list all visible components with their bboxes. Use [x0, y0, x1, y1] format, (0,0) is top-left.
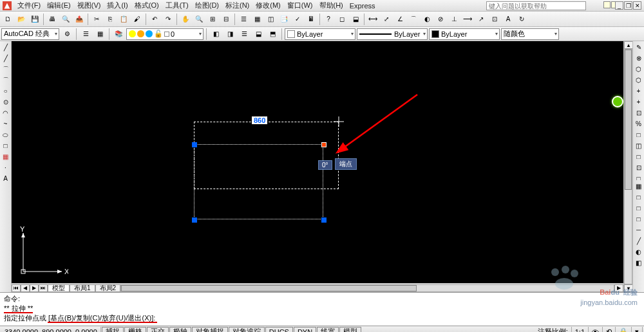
layer-iso-icon[interactable]: ◧	[209, 28, 222, 41]
vscroll-track[interactable]	[624, 49, 632, 284]
dim-edit-icon[interactable]: A	[502, 13, 515, 26]
tab-next-button[interactable]: ▶	[30, 284, 39, 292]
tool-palette-icon[interactable]: ◫	[264, 13, 277, 26]
grip[interactable]	[192, 142, 197, 147]
ducs-toggle[interactable]: DUCS	[265, 327, 293, 333]
mirror-icon[interactable]: ⬡	[634, 64, 643, 74]
layer-combo[interactable]: 🔓 0	[126, 28, 204, 40]
erase-icon[interactable]: ✎	[634, 42, 643, 52]
block-icon[interactable]: ◻	[336, 13, 348, 26]
layer-match-icon[interactable]: ⬓	[252, 28, 265, 41]
layer-prev-icon[interactable]: ◨	[223, 28, 236, 41]
menu-format[interactable]: 格式(O)	[131, 1, 162, 10]
v4-icon[interactable]: □	[634, 214, 643, 224]
help-search-input[interactable]	[486, 1, 586, 10]
dim-cont-icon[interactable]: ⟶	[461, 13, 474, 26]
model-toggle[interactable]: 模型	[339, 327, 361, 333]
tolerance-icon[interactable]: ⊡	[488, 13, 501, 26]
v2-icon[interactable]: □	[634, 192, 643, 202]
tab-last-button[interactable]: ⏭	[39, 284, 48, 292]
text-icon[interactable]: A	[1, 174, 10, 183]
vscroll-up-button[interactable]: ▲	[624, 41, 633, 49]
hatch-icon[interactable]: ▦	[1, 152, 10, 161]
hscroll-thumb[interactable]	[121, 285, 417, 291]
point-icon[interactable]: ·	[1, 163, 10, 172]
plotstyle-combo[interactable]: 随颜色	[501, 28, 559, 40]
status-tray-icon[interactable]: ▾	[632, 327, 643, 333]
v3-icon[interactable]: □	[634, 203, 643, 213]
break-icon[interactable]: ⊡	[634, 163, 643, 172]
redo-icon[interactable]: ↷	[162, 13, 175, 26]
v8-icon[interactable]: ◧	[634, 258, 643, 268]
linetype-combo[interactable]: ByLayer	[357, 28, 428, 40]
lwt-toggle[interactable]: 线宽	[317, 327, 339, 333]
spline-icon[interactable]: ~	[1, 119, 10, 129]
tab-prev-button[interactable]: ◀	[21, 284, 30, 292]
preview-icon[interactable]: 🔍	[59, 13, 72, 26]
osnap-toggle[interactable]: 对象捕捉	[192, 327, 228, 333]
menu-draw[interactable]: 绘图(D)	[192, 1, 222, 10]
rectangle-icon[interactable]: □	[1, 141, 10, 151]
layer-mgr-icon[interactable]: 📚	[112, 28, 125, 41]
dim-angular-icon[interactable]: ∠	[393, 13, 406, 26]
grip[interactable]	[192, 217, 197, 223]
hscroll-right-button[interactable]: ▶	[614, 284, 623, 292]
star-button[interactable]	[603, 1, 611, 8]
zoom-icon[interactable]: 🔍	[193, 13, 205, 26]
anno-scale-value[interactable]: 1:1	[572, 327, 589, 333]
offset-icon[interactable]: ⬡	[634, 75, 643, 85]
xline-icon[interactable]: ╱	[1, 53, 10, 63]
menu-express[interactable]: Express	[346, 2, 379, 10]
ortho-toggle[interactable]: 正交	[147, 327, 169, 333]
properties-icon[interactable]: ☰	[237, 13, 250, 26]
anno-vis-icon[interactable]: 👁	[589, 327, 603, 333]
snap-toggle[interactable]: 捕捉	[102, 327, 124, 333]
copy-icon[interactable]: ⎘	[104, 13, 117, 26]
menu-edit[interactable]: 编辑(E)	[44, 1, 74, 10]
vscroll-down-button[interactable]: ▼	[624, 284, 633, 292]
v5-icon[interactable]: ─	[634, 225, 643, 235]
color-combo[interactable]: ByLayer	[285, 28, 355, 40]
v7-icon[interactable]: ◐	[634, 247, 643, 257]
layer-off-icon[interactable]: ⬒	[266, 28, 279, 41]
circle-icon[interactable]: ○	[1, 86, 10, 96]
lineweight-combo[interactable]: ByLayer	[429, 28, 500, 40]
dim-ord-icon[interactable]: ⊥	[448, 13, 460, 26]
paste-icon[interactable]: 📋	[117, 13, 130, 26]
dim-update-icon[interactable]: ↻	[515, 13, 528, 26]
menu-insert[interactable]: 插入(I)	[104, 1, 131, 10]
design-center-icon[interactable]: ▦	[251, 13, 263, 26]
cut-icon[interactable]: ✂	[90, 13, 103, 26]
menu-dimension[interactable]: 标注(N)	[222, 1, 252, 10]
pan-icon[interactable]: ✋	[179, 13, 192, 26]
v1-icon[interactable]: ▦	[634, 181, 643, 191]
new-icon[interactable]: 🗋	[1, 13, 14, 26]
restore-button[interactable]: ❐	[624, 1, 632, 10]
extend-icon[interactable]: □	[634, 152, 643, 161]
dim-aligned-icon[interactable]: ⤢	[380, 13, 393, 26]
menu-window[interactable]: 窗口(W)	[284, 1, 316, 10]
menu-file[interactable]: 文件(F)	[14, 1, 44, 10]
hot-grip[interactable]	[321, 142, 327, 147]
array-icon[interactable]: +	[634, 86, 643, 96]
dim-arc-icon[interactable]: ⌒	[407, 13, 420, 26]
grid-toggle[interactable]: 栅格	[124, 327, 146, 333]
line-icon[interactable]: ╱	[1, 42, 10, 52]
hscroll-track[interactable]	[120, 284, 614, 292]
polar-toggle[interactable]: 极轴	[169, 327, 191, 333]
drawing-canvas[interactable]: 860 0° 端点 X Y	[12, 41, 623, 283]
copy-obj-icon[interactable]: ⊗	[634, 53, 643, 63]
stretch-icon[interactable]: □	[634, 130, 643, 140]
v6-icon[interactable]: ╱	[634, 236, 643, 246]
layer-filter-icon[interactable]: ▦	[93, 28, 106, 41]
grip[interactable]	[321, 217, 327, 223]
calc-icon[interactable]: 🖩	[305, 13, 317, 26]
menu-modify[interactable]: 修改(M)	[252, 1, 284, 10]
lock-icon[interactable]: 🔒	[616, 327, 632, 333]
sheet-set-icon[interactable]: 📑	[278, 13, 290, 26]
match-icon[interactable]: 🖌	[131, 13, 144, 26]
trim-icon[interactable]: ◫	[634, 141, 643, 151]
layout1-tab[interactable]: 布局1	[70, 284, 95, 292]
dyn-toggle[interactable]: DYN	[294, 327, 316, 333]
assist-button[interactable]	[612, 96, 623, 107]
